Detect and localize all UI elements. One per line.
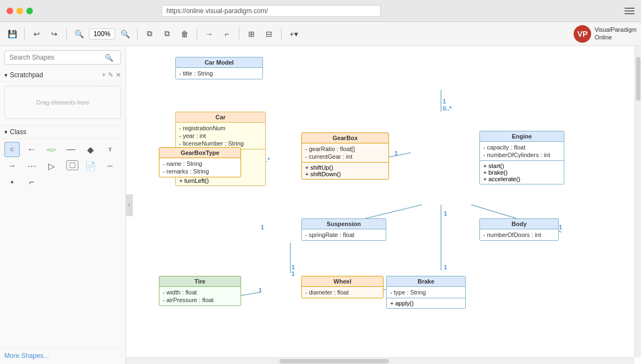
- svg-text:1: 1: [291, 264, 295, 270]
- attr-reg: - registrationNum: [179, 124, 262, 132]
- separator: [197, 27, 197, 41]
- class-body-gearbox: - gearRatio : float[] - currentGear : in…: [302, 143, 388, 162]
- group-button[interactable]: ⊞: [244, 26, 259, 42]
- delete-button[interactable]: 🗑: [177, 26, 192, 42]
- class-body-wheel: - diameter : float: [302, 287, 383, 298]
- toolbar: 💾 ↩ ↪ 🔍 🔍 ⧉ ⧉ 🗑 → ⌐ ⊞ ⊟ +▾ VP VisualPara…: [0, 22, 641, 46]
- class-body[interactable]: Body - numberOfDoors : int: [479, 218, 559, 241]
- menu-button[interactable]: [625, 8, 634, 14]
- shape-bullet[interactable]: •: [4, 175, 20, 190]
- save-button[interactable]: 💾: [4, 26, 20, 42]
- class-header-suspension: Suspension: [302, 219, 386, 229]
- class-header-brake: Brake: [387, 276, 465, 287]
- scrollbar-thumb-h[interactable]: [279, 359, 389, 363]
- method-brake: + brake(): [483, 169, 560, 176]
- vertical-scrollbar[interactable]: [634, 46, 641, 357]
- shape-diamond[interactable]: ◆: [83, 142, 98, 157]
- url-bar[interactable]: https://online.visual-paradigm.com/: [162, 5, 381, 17]
- edit-scratchpad-icon[interactable]: ✎: [108, 71, 113, 79]
- attr-springrate: - springRate : float: [305, 231, 382, 239]
- class-header-car-model: Car Model: [176, 57, 262, 68]
- zoom-out-button[interactable]: 🔍: [71, 26, 87, 42]
- class-suspension[interactable]: Suspension - springRate : float: [301, 218, 386, 241]
- close-button[interactable]: [7, 8, 13, 14]
- attr-name: - name : String: [163, 160, 237, 167]
- class-body-car-model: - title : String: [176, 68, 262, 79]
- method-apply: + apply(): [390, 300, 462, 307]
- maximize-button[interactable]: [26, 8, 33, 14]
- attr-gearratio: - gearRatio : float[]: [305, 145, 385, 153]
- canvas[interactable]: ‹ 1 0..* 1 0..*: [126, 46, 641, 364]
- svg-text:1: 1: [261, 224, 264, 230]
- add-scratchpad-icon[interactable]: +: [102, 71, 106, 79]
- class-body-car: - registrationNum - year : int - license…: [176, 123, 265, 149]
- add-button[interactable]: +▾: [286, 26, 301, 42]
- shape-dash[interactable]: ┄: [102, 158, 118, 174]
- sidebar: 🔍 ▾ Scratchpad + ✎ ✕ Drag elements here …: [0, 46, 126, 364]
- more-shapes-link[interactable]: More Shapes...: [4, 352, 49, 360]
- svg-text:1: 1: [444, 264, 447, 270]
- search-bar: 🔍: [0, 46, 125, 69]
- class-header-tire: Tire: [159, 276, 241, 287]
- class-car-model[interactable]: Car Model - title : String: [175, 57, 263, 79]
- zoom-input[interactable]: [89, 28, 115, 39]
- method-shiftdown: + shiftDown(): [305, 171, 385, 177]
- shape-arrow[interactable]: ←: [24, 142, 39, 157]
- separator: [66, 27, 67, 41]
- separator: [137, 27, 138, 41]
- zoom-in-button[interactable]: 🔍: [117, 26, 133, 42]
- shape-note[interactable]: 📄: [83, 158, 98, 174]
- copy-button[interactable]: ⧉: [142, 26, 157, 42]
- shape-rect[interactable]: □: [66, 160, 78, 170]
- attr-width: - width : float: [163, 288, 237, 296]
- attr-currentgear: - currentGear : int: [305, 153, 385, 160]
- shape-label[interactable]: 𝐓: [102, 142, 118, 157]
- separator: [281, 27, 282, 41]
- horizontal-scrollbar[interactable]: [126, 357, 634, 364]
- collapse-sidebar-button[interactable]: ‹: [126, 194, 133, 216]
- class-body-tire: - width : float - airPressure : float: [159, 287, 241, 305]
- attr-title: - title : String: [179, 70, 259, 77]
- class-methods-brake: + apply(): [387, 298, 465, 308]
- attr-numdoors: - numberOfDoors : int: [483, 231, 555, 239]
- shape-triangle[interactable]: ▷: [44, 158, 59, 174]
- shape-class[interactable]: C: [4, 142, 20, 157]
- class-brake[interactable]: Brake - type : String + apply(): [386, 276, 466, 309]
- class-wheel[interactable]: Wheel - diameter : float: [301, 276, 384, 298]
- close-scratchpad-icon[interactable]: ✕: [116, 71, 121, 79]
- drag-hint: Drag elements here: [36, 99, 89, 106]
- connector-layer: 1 0..* 1 0..* 1 0..* 1 1 1 1..* 1 1 1 1 …: [142, 46, 636, 364]
- scratchpad-actions: + ✎ ✕: [102, 71, 121, 79]
- shape-text[interactable]: «u»: [44, 142, 59, 157]
- shape-line[interactable]: —: [63, 142, 78, 157]
- attr-diameter: - diameter : float: [305, 288, 380, 296]
- class-gearbox[interactable]: GearBox - gearRatio : float[] - currentG…: [301, 132, 389, 180]
- class-body-suspension: - springRate : float: [302, 229, 386, 240]
- method-shiftup: + shiftUp(): [305, 164, 385, 171]
- class-body-brake: - type : String: [387, 287, 465, 298]
- class-tire[interactable]: Tire - width : float - airPressure : flo…: [159, 276, 241, 306]
- more-shapes: More Shapes...: [0, 347, 125, 364]
- class-gearboxtype[interactable]: GearBoxType - name : String - remarks : …: [159, 147, 241, 177]
- elbow-button[interactable]: ⌐: [219, 26, 234, 42]
- arrange-button[interactable]: ⊟: [261, 26, 277, 42]
- class-label: Class: [10, 128, 121, 136]
- class-engine[interactable]: Engine - capacity : float - numberOfCyli…: [479, 131, 564, 184]
- shape-extend[interactable]: →: [4, 158, 20, 174]
- scrollbar-thumb-v[interactable]: [636, 57, 640, 101]
- paste-button[interactable]: ⧉: [159, 26, 175, 42]
- redo-button[interactable]: ↪: [47, 26, 62, 42]
- minimize-button[interactable]: [16, 8, 23, 14]
- scratchpad-area: Drag elements here: [4, 86, 121, 119]
- separator: [24, 27, 25, 41]
- undo-button[interactable]: ↩: [29, 26, 44, 42]
- shape-angle[interactable]: ⌐: [24, 175, 39, 190]
- class-header-gearbox: GearBox: [302, 133, 388, 143]
- class-header-engine: Engine: [480, 131, 564, 142]
- shape-grid: C ← «u» — ◆ 𝐓 → ⋯ ▷ □ 📄 ┄ • ⌐: [0, 138, 125, 193]
- svg-text:1: 1: [443, 98, 446, 105]
- class-body-gearboxtype: - name : String - remarks : String: [159, 158, 241, 177]
- connector-button[interactable]: →: [202, 26, 217, 42]
- shape-dots[interactable]: ⋯: [24, 158, 39, 174]
- search-input[interactable]: [4, 50, 121, 65]
